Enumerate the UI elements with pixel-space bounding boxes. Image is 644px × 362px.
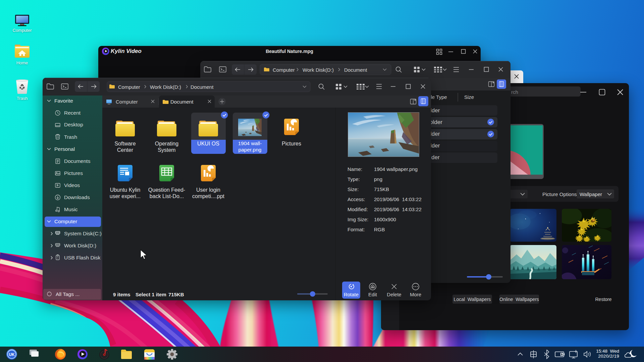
svg-text:UK: UK bbox=[9, 352, 15, 357]
